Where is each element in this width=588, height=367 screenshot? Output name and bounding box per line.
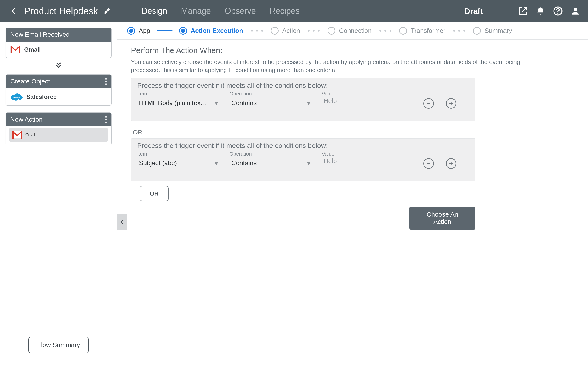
field-label-item: Item: [137, 151, 220, 157]
flow-summary-button[interactable]: Flow Summary: [28, 337, 89, 353]
field-label-value: Value: [322, 91, 405, 97]
open-external-icon[interactable]: [518, 6, 528, 16]
step-label: Transformer: [411, 27, 445, 34]
select-value: Contains: [231, 159, 257, 167]
sidebar-card-trigger[interactable]: New Email Received Gmail: [6, 27, 112, 58]
card-selected-provider[interactable]: Gmail: [9, 128, 108, 142]
svg-point-2: [557, 13, 558, 14]
kebab-icon[interactable]: [105, 78, 107, 85]
step-connection[interactable]: Connection: [328, 27, 372, 35]
card-header: New Action: [6, 113, 111, 126]
operation-select[interactable]: Contains ▾: [229, 157, 312, 170]
step-bar: App Action Execution Action Connection T…: [117, 22, 588, 40]
chevron-down-icon: ▾: [215, 99, 218, 107]
collapse-sidebar-icon[interactable]: [117, 214, 127, 230]
radio-icon: [473, 27, 481, 35]
step-label: Action: [282, 27, 300, 34]
step-app[interactable]: App: [127, 27, 150, 35]
section-description: You can selectively choose the events of…: [131, 58, 558, 74]
tab-recipes[interactable]: Recipes: [270, 0, 300, 22]
card-title: Create Object: [10, 78, 50, 85]
condition-group-title: Process the trigger event if it meets al…: [137, 142, 469, 150]
field-label-operation: Operation: [229, 91, 312, 97]
flow-connector-icon: [6, 61, 112, 69]
radio-icon: [179, 27, 187, 35]
page-title: Product Helpdesk: [24, 6, 98, 16]
step-dots: [251, 30, 263, 32]
sidebar: New Email Received Gmail Create Object s…: [0, 22, 117, 367]
item-select[interactable]: Subject (abc) ▾: [137, 157, 220, 170]
step-dots: [380, 30, 391, 32]
sidebar-card-create-object[interactable]: Create Object salesforce Salesforce: [6, 74, 112, 106]
svg-rect-5: [10, 46, 12, 53]
card-provider: Gmail: [26, 133, 35, 137]
sidebar-card-new-action[interactable]: New Action Gmail: [6, 112, 112, 145]
radio-icon: [271, 27, 279, 35]
tab-manage[interactable]: Manage: [181, 0, 211, 22]
card-title: New Action: [10, 116, 43, 123]
radio-icon: [328, 27, 335, 35]
section-heading: Perform The Action When:: [131, 46, 574, 55]
gmail-icon: [12, 131, 22, 139]
step-summary[interactable]: Summary: [473, 27, 512, 35]
edit-icon[interactable]: [102, 6, 112, 16]
chevron-down-icon: ▾: [307, 99, 310, 107]
add-condition-icon[interactable]: +: [446, 98, 456, 109]
radio-icon: [399, 27, 407, 35]
value-input[interactable]: Help: [322, 97, 405, 110]
radio-icon: [127, 27, 135, 35]
or-separator: OR: [133, 129, 574, 136]
status-label: Draft: [465, 7, 483, 16]
select-value: Contains: [231, 99, 257, 107]
svg-rect-13: [12, 131, 14, 139]
value-input[interactable]: Help: [322, 157, 405, 170]
salesforce-icon: salesforce: [10, 92, 23, 101]
card-provider: Gmail: [24, 46, 41, 53]
remove-condition-icon[interactable]: −: [423, 98, 434, 109]
back-icon[interactable]: [10, 6, 20, 16]
gmail-icon: [10, 46, 20, 53]
step-dots: [308, 30, 320, 32]
card-title: New Email Received: [10, 31, 69, 38]
step-action[interactable]: Action: [271, 27, 300, 35]
field-label-item: Item: [137, 91, 220, 97]
chevron-down-icon: ▾: [307, 159, 310, 167]
step-label: App: [139, 27, 150, 34]
condition-group: Process the trigger event if it meets al…: [131, 138, 476, 181]
item-select[interactable]: HTML Body (plain tex… ▾: [137, 97, 220, 110]
main-area: App Action Execution Action Connection T…: [117, 22, 588, 367]
condition-group: Process the trigger event if it meets al…: [131, 78, 476, 121]
user-icon[interactable]: [571, 6, 580, 16]
svg-rect-6: [19, 46, 20, 53]
remove-condition-icon[interactable]: −: [423, 158, 434, 169]
main-tabs: Design Manage Observe Recipes: [141, 0, 300, 22]
condition-group-title: Process the trigger event if it meets al…: [137, 82, 469, 90]
card-header: Create Object: [6, 75, 111, 88]
select-value: Subject (abc): [139, 159, 177, 167]
card-provider: Salesforce: [26, 93, 57, 100]
top-bar: Product Helpdesk Design Manage Observe R…: [0, 0, 588, 22]
svg-text:salesforce: salesforce: [13, 96, 21, 98]
add-condition-icon[interactable]: +: [446, 158, 456, 169]
add-or-group-button[interactable]: OR: [140, 186, 169, 201]
bell-icon[interactable]: [536, 6, 545, 16]
step-label: Summary: [484, 27, 512, 34]
svg-point-3: [574, 8, 577, 11]
header-right: Draft: [465, 6, 580, 16]
operation-select[interactable]: Contains ▾: [229, 97, 312, 110]
kebab-icon[interactable]: [105, 116, 107, 123]
help-icon[interactable]: [553, 6, 563, 16]
step-label: Connection: [339, 27, 372, 34]
step-action-execution[interactable]: Action Execution: [179, 27, 243, 35]
step-transformer[interactable]: Transformer: [399, 27, 445, 35]
field-label-value: Value: [322, 151, 405, 157]
step-dots: [453, 30, 465, 32]
svg-rect-14: [21, 131, 22, 139]
tab-design[interactable]: Design: [141, 0, 167, 22]
choose-action-button[interactable]: Choose An Action: [409, 207, 476, 230]
step-label: Action Execution: [191, 27, 243, 34]
chevron-down-icon: ▾: [215, 159, 218, 167]
card-header: New Email Received: [6, 28, 111, 42]
step-connector: [157, 30, 173, 31]
tab-observe[interactable]: Observe: [225, 0, 256, 22]
